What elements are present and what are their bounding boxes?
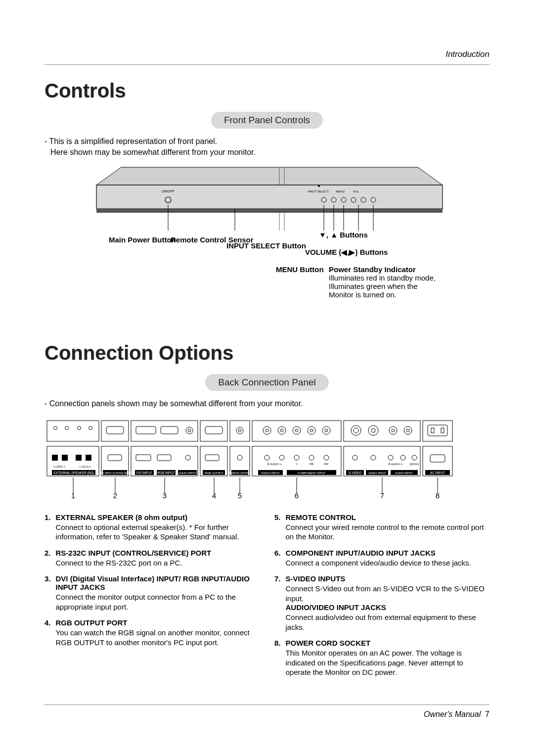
power-standby-title: Power Standby Indicator	[329, 265, 416, 274]
svg-point-86	[353, 455, 357, 460]
svg-point-49	[266, 429, 268, 432]
footer: Owner's Manual 7	[44, 705, 490, 719]
svg-point-63	[392, 429, 395, 432]
panel-audio-in-2: AUDIO INPUT	[261, 472, 280, 474]
li-6-desc: Connect a component video/audio device t…	[286, 558, 471, 568]
panel-pb: PB	[310, 463, 313, 466]
svg-rect-77	[157, 455, 171, 461]
svg-rect-71	[76, 455, 82, 461]
volume-label: VOLUME (◀,▶) Buttons	[305, 248, 388, 256]
intro-line-2: Here shown may be somewhat different fro…	[44, 147, 490, 158]
svg-point-53	[295, 429, 298, 432]
back-num-8: 8	[436, 491, 440, 498]
li-6-num: 6.	[274, 549, 281, 568]
front-panel-diagram: ON/OFF INPUT SELECT MENU VOL	[44, 166, 490, 231]
svg-point-62	[389, 426, 397, 434]
svg-point-58	[351, 425, 361, 435]
svg-point-51	[280, 429, 283, 432]
panel-audio-in-1: AUDIO INPUT	[178, 472, 196, 474]
li-4-desc: You can watch the RGB signal on another …	[56, 628, 260, 647]
svg-point-90	[412, 455, 417, 460]
svg-rect-32	[344, 421, 420, 441]
panel-pr: PR	[324, 463, 329, 466]
svg-rect-42	[161, 426, 178, 434]
svg-point-43	[186, 427, 193, 434]
back-panel-pill: Back Connection Panel	[205, 374, 329, 391]
li-4-num: 4.	[44, 618, 51, 647]
svg-rect-68	[441, 428, 444, 433]
svg-rect-91	[430, 455, 445, 462]
li-7-desc: Connect S-Video out from an S-VIDEO VCR …	[286, 584, 490, 603]
front-panel-pill: Front Panel Controls	[211, 112, 323, 129]
legend-right: 5. REMOTE CONTROL Connect your wired rem…	[274, 513, 490, 677]
back-num-5: 5	[238, 491, 242, 498]
front-intro: - This is a simplified representation of…	[44, 136, 490, 157]
svg-point-81	[265, 455, 269, 460]
panel-svideo: S-VIDEO	[349, 471, 362, 474]
svg-rect-34	[423, 421, 452, 441]
svg-point-56	[322, 426, 330, 434]
li-5-num: 5.	[274, 513, 281, 542]
panel-rs232: RS-232C INPUT (CONTROL/SERVICE)	[95, 472, 135, 474]
footer-page: 7	[485, 710, 490, 718]
svg-rect-3	[96, 185, 443, 209]
power-standby-desc-2: Illuminates green when the	[329, 282, 417, 290]
panel-on-off-text: ON/OFF	[162, 189, 175, 193]
svg-point-61	[371, 428, 375, 432]
svg-point-65	[406, 429, 409, 432]
svg-text:(−)(L)(+): (−)(L)(+)	[80, 465, 90, 468]
li-8-desc: This Monitor operates on an AC power. Th…	[286, 648, 490, 677]
panel-audio-in-3: AUDIO INPUT	[395, 472, 413, 474]
svg-rect-66	[428, 425, 447, 436]
up-down-label: ▼, ▲ Buttons	[319, 231, 368, 239]
panel-dvi: DVI INPUT	[136, 471, 152, 474]
svg-point-88	[388, 455, 393, 460]
panel-rgb-out: RGB OUTPUT	[205, 472, 223, 474]
legend-columns: 1. EXTERNAL SPEAKER (8 ohm output) Conne…	[44, 513, 490, 677]
panel-input-select-text: INPUT SELECT	[308, 190, 329, 193]
power-standby-desc-1: Illuminates red in standby mode,	[329, 274, 436, 282]
svg-rect-67	[431, 428, 434, 433]
intro-line-1: - This is a simplified representation of…	[44, 136, 490, 147]
svg-point-87	[371, 455, 376, 460]
power-standby-desc-3: Monitor is turned on.	[329, 290, 397, 299]
panel-video-in: VIDEO INPUT	[368, 472, 386, 474]
svg-rect-76	[136, 455, 151, 461]
svg-point-37	[65, 426, 69, 429]
svg-point-47	[238, 429, 241, 432]
panel-ac: AC INPUT	[430, 471, 445, 474]
li-2-title: RS-232C INPUT (CONTROL/SERVICE) PORT	[56, 549, 212, 557]
svg-point-59	[354, 428, 358, 433]
svg-rect-26	[200, 421, 227, 441]
back-num-1: 1	[71, 491, 75, 498]
svg-rect-40	[106, 426, 124, 434]
back-num-6: 6	[295, 491, 299, 498]
back-intro: - Connection panels shown may be somewha…	[44, 398, 490, 409]
li-1-num: 1.	[44, 513, 51, 542]
li-7b-title: AUDIO/VIDEO INPUT JACKS	[286, 603, 490, 612]
legend-left: 1. EXTERNAL SPEAKER (8 ohm output) Conne…	[44, 513, 260, 677]
main-power-label: Main Power Button	[109, 236, 176, 244]
li-6-title: COMPONENT INPUT/AUDIO INPUT JACKS	[286, 549, 471, 557]
li-7-num: 7.	[274, 574, 281, 603]
svg-rect-28	[230, 421, 250, 441]
back-num-4: 4	[212, 491, 216, 498]
svg-rect-45	[205, 426, 222, 434]
svg-point-46	[236, 427, 243, 434]
svg-point-83	[294, 455, 299, 460]
svg-point-48	[263, 426, 271, 434]
panel-y: Y	[296, 463, 298, 466]
svg-point-84	[309, 455, 314, 460]
header-section: Introduction	[44, 49, 490, 65]
panel-component: COMPONENT INPUT	[298, 472, 326, 474]
svg-point-54	[308, 426, 315, 434]
svg-rect-11	[96, 209, 443, 213]
svg-point-38	[78, 426, 81, 429]
svg-point-60	[368, 425, 378, 435]
li-1-title: EXTERNAL SPEAKER (8 ohm output)	[56, 513, 260, 521]
li-7-title: S-VIDEO INPUTS	[286, 574, 490, 583]
svg-text:(+)(R)(−): (+)(R)(−)	[53, 465, 65, 468]
svg-point-55	[310, 429, 313, 432]
li-1-desc: Connect to optional external speaker(s).…	[56, 522, 260, 542]
svg-rect-72	[86, 455, 91, 461]
